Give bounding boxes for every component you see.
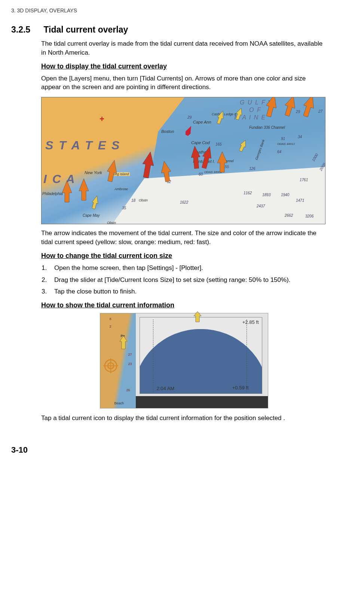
- svg-marker-12: [215, 110, 226, 125]
- step-1: Open the home screen, then tap [Settings…: [49, 264, 327, 273]
- page-number: 3-10: [11, 445, 327, 455]
- svg-marker-7: [217, 152, 227, 172]
- step-3: Tap the close button to finish.: [49, 287, 327, 296]
- fig2-d26: 26: [126, 388, 130, 392]
- svg-marker-19: [120, 336, 127, 349]
- step-2: Drag the slider at [Tide/Current Icons S…: [49, 276, 327, 285]
- fig2-d8: 8: [110, 317, 111, 321]
- svg-marker-4: [79, 179, 89, 200]
- svg-marker-9: [300, 97, 317, 118]
- tide-time: 2:04 AM: [157, 386, 175, 391]
- fig2-d2: 2: [110, 325, 111, 328]
- tide-high: +2.85 ft: [242, 319, 259, 325]
- svg-marker-14: [238, 139, 248, 152]
- fig2-d23: 23: [128, 362, 132, 366]
- section-number: 3.2.5: [11, 25, 41, 35]
- section-title: 3.2.5 Tidal current overlay: [11, 25, 327, 35]
- tide-low: +0.59 ft: [232, 385, 249, 390]
- svg-marker-10: [282, 97, 299, 117]
- svg-marker-8: [263, 97, 279, 118]
- fig2-d27: 27: [128, 353, 132, 356]
- svg-marker-6: [159, 160, 172, 182]
- svg-marker-2: [200, 145, 214, 169]
- fig2-arrow-up: [118, 336, 129, 351]
- svg-marker-13: [234, 107, 244, 121]
- tidal-current-map-figure: S T A T E S I C A G U L F O F M A I N E …: [41, 97, 325, 224]
- dashed-left: [153, 319, 153, 392]
- section-heading: Tidal current overlay: [43, 25, 128, 34]
- subheading-display: How to display the tidal current overlay: [41, 63, 327, 70]
- svg-marker-0: [140, 151, 156, 179]
- steps-list: Open the home screen, then tap [Settings…: [49, 264, 327, 296]
- svg-marker-1: [190, 146, 201, 169]
- fig2-map-strip: Pe Beach 27 23 26 2 8: [100, 313, 136, 408]
- target-icon: [103, 358, 118, 373]
- dashed-right: [247, 319, 247, 392]
- fig2-beach: Beach: [114, 401, 124, 405]
- tide-chart: +2.85 ft +0.59 ft 2:04 AM: [140, 317, 262, 394]
- subheading-size: How to change the tidal current icon siz…: [41, 252, 327, 260]
- svg-marker-3: [62, 180, 72, 202]
- fig2-bottom-bar: [136, 396, 268, 408]
- svg-marker-5: [105, 159, 119, 182]
- svg-marker-20: [194, 311, 201, 322]
- arrow-explanation: The arrow indicates the movement of the …: [41, 229, 327, 247]
- tide-curve: [140, 329, 262, 394]
- tidal-arrows: [42, 97, 325, 224]
- tide-arrow-icon: [193, 311, 202, 323]
- chapter-header: 3. 3D DISPLAY, OVERLAYS: [11, 7, 327, 13]
- tidal-info-figure: Pe Beach 27 23 26 2 8 +2.85 ft +0.59 ft: [100, 313, 268, 408]
- intro-paragraph: The tidal current overlay is made from t…: [41, 39, 327, 57]
- display-paragraph: Open the [Layers] menu, then turn [Tidal…: [41, 74, 327, 92]
- subheading-info: How to show the tidal current informatio…: [41, 301, 327, 309]
- tap-info-paragraph: Tap a tidal current icon to display the …: [41, 414, 327, 423]
- svg-marker-11: [91, 195, 100, 210]
